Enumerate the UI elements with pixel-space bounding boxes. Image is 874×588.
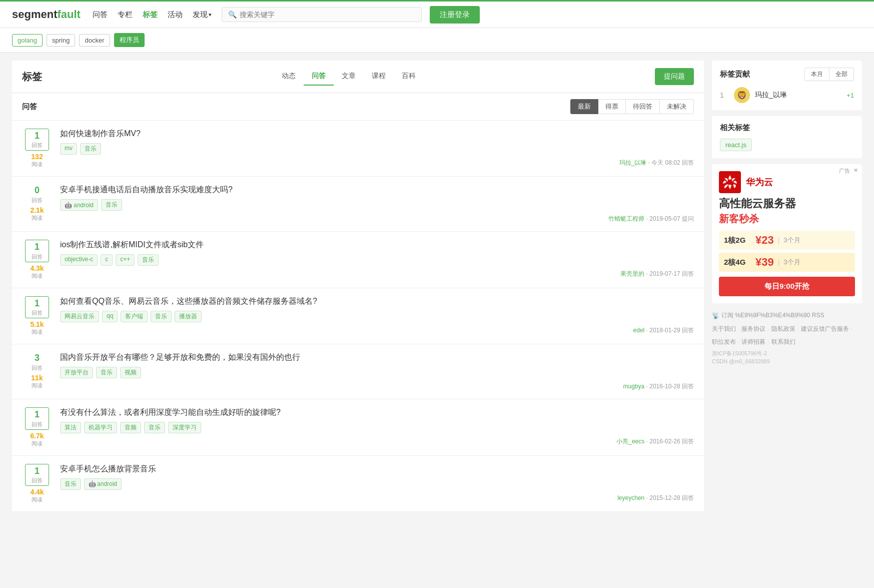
contrib-month-btn[interactable]: 本月 — [804, 68, 829, 81]
qa-tags-5: 算法 机器学习 音频 音乐 深度学习 — [60, 422, 694, 433]
footer-instructor[interactable]: 讲师招募 — [741, 336, 765, 348]
ad-brand-name: 华为云 — [746, 176, 773, 188]
answer-label-0: 回答 — [30, 142, 45, 149]
tag-deeplearn[interactable]: 深度学习 — [168, 422, 201, 433]
tag-client[interactable]: 客户端 — [121, 311, 148, 322]
filter-latest[interactable]: 最新 — [570, 99, 598, 114]
footer-links: 关于我们 · 服务协议 · 隐私政策 · 建议反馈 广告服务 · 职位发布 · … — [712, 323, 862, 348]
tag-netease[interactable]: 网易云音乐 — [60, 311, 99, 322]
tag-audio[interactable]: 音频 — [120, 422, 141, 433]
qa-question-0[interactable]: 如何快速制作音乐MV? — [60, 129, 694, 139]
footer-contact[interactable]: 联系我们 — [771, 336, 795, 348]
ad-close-icon[interactable]: ✕ — [853, 167, 858, 174]
footer-tos[interactable]: 服务协议 — [741, 323, 765, 335]
footer-jobs[interactable]: 职位发布 — [712, 336, 736, 348]
qa-action-4: 回答 — [682, 383, 694, 390]
filter-unsolved[interactable]: 未解决 — [660, 99, 694, 114]
tag-chip-spring[interactable]: spring — [47, 34, 75, 47]
tag-music-0[interactable]: 音乐 — [80, 143, 101, 155]
read-stats-3: 5.1k 阅读 — [30, 320, 44, 336]
qa-user-2[interactable]: 果壳里的 — [620, 270, 644, 277]
footer-sep-6: · — [767, 336, 769, 348]
nav-qa[interactable]: 问答 — [93, 10, 108, 20]
qa-body-3: 如何查看QQ音乐、网易云音乐，这些播放器的音频文件储存服务器域名? 网易云音乐 … — [60, 296, 694, 335]
tag-music-2[interactable]: 音乐 — [138, 254, 159, 266]
qa-question-1[interactable]: 安卓手机接通电话后自动播放音乐实现难度大吗? — [60, 185, 694, 195]
qa-item: 1 回答 6.7k 阅读 有没有什么算法，或者利用深度学习能自动生成好听的旋律呢… — [12, 399, 704, 455]
qa-user-3[interactable]: edel — [633, 327, 645, 334]
qa-user-1[interactable]: 竹蜻蜓工程师 — [608, 215, 644, 222]
answer-box-5: 1 回答 — [25, 407, 49, 429]
tag-algo[interactable]: 算法 — [60, 422, 81, 433]
qa-question-3[interactable]: 如何查看QQ音乐、网易云音乐，这些播放器的音频文件储存服务器域名? — [60, 296, 694, 307]
qa-question-2[interactable]: ios制作五线谱,解析MIDI文件或者sib文件 — [60, 240, 694, 250]
qa-user-5[interactable]: 小亮_eecs — [616, 438, 644, 445]
nav-activity[interactable]: 活动 — [168, 10, 183, 20]
qa-user-0[interactable]: 玛拉_以琳 — [619, 159, 647, 166]
ask-button[interactable]: 提问题 — [655, 68, 694, 85]
tab-courses[interactable]: 课程 — [364, 68, 394, 86]
logo[interactable]: segmentfault — [12, 8, 81, 21]
tag-android-6[interactable]: 🤖android — [84, 478, 122, 490]
tag-music-3[interactable]: 音乐 — [151, 311, 172, 322]
nav-tags[interactable]: 标签 — [143, 10, 158, 20]
tag-openplatform[interactable]: 开放平台 — [60, 367, 93, 378]
tag-cpp[interactable]: c++ — [116, 254, 135, 266]
rss-label[interactable]: 订阅 %E9%9F%B3%E4%B9%90 RSS — [721, 311, 824, 320]
footer-privacy[interactable]: 隐私政策 — [771, 323, 795, 335]
tab-wiki[interactable]: 百科 — [394, 68, 424, 86]
qa-header: 问答 最新 得票 待回答 未解决 — [12, 93, 704, 121]
tag-music-5[interactable]: 音乐 — [144, 422, 165, 433]
qa-question-4[interactable]: 国内音乐开放平台有哪些？足够开放和免费的，如果没有国外的也行 — [60, 352, 694, 363]
search-icon: 🔍 — [228, 11, 237, 19]
ad-cta-button[interactable]: 每日9:00开抢 — [719, 277, 855, 296]
ad-offer-sep-1: | — [778, 258, 780, 266]
footer-feedback[interactable]: 建议反馈 — [801, 323, 825, 335]
tab-dynamic[interactable]: 动态 — [274, 68, 304, 86]
tag-chip-golang[interactable]: golang — [12, 34, 43, 47]
tag-mv[interactable]: mv — [60, 143, 77, 155]
tag-music-1[interactable]: 音乐 — [101, 199, 122, 211]
tag-player[interactable]: 播放器 — [175, 311, 202, 322]
answer-box-2: 1 回答 — [25, 240, 49, 262]
qa-question-6[interactable]: 安卓手机怎么播放背景音乐 — [60, 464, 694, 474]
tag-chip-docker[interactable]: docker — [79, 34, 110, 47]
tag-ml[interactable]: 机器学习 — [84, 422, 117, 433]
tag-header: 标签 动态 问答 文章 课程 百科 提问题 — [12, 61, 704, 93]
tag-music-6[interactable]: 音乐 — [60, 478, 81, 490]
footer-about[interactable]: 关于我们 — [712, 323, 736, 335]
read-label-6: 阅读 — [30, 496, 44, 503]
contributor-rank-0: 1 — [720, 91, 729, 99]
tag-video[interactable]: 视频 — [120, 367, 141, 378]
register-button[interactable]: 注册登录 — [430, 6, 480, 24]
qa-question-5[interactable]: 有没有什么算法，或者利用深度学习能自动生成好听的旋律呢? — [60, 407, 694, 418]
contributor-name-0[interactable]: 玛拉_以琳 — [755, 91, 841, 100]
nav-discover[interactable]: 发现 ▾ — [193, 10, 212, 20]
search-input[interactable] — [240, 11, 415, 19]
qa-body-6: 安卓手机怎么播放背景音乐 音乐 🤖android leyeychen · 201… — [60, 464, 694, 502]
tag-qq[interactable]: qq — [102, 311, 118, 322]
read-stats-5: 6.7k 阅读 — [30, 432, 44, 447]
tag-objc[interactable]: objective-c — [60, 254, 98, 266]
filter-pending[interactable]: 待回答 — [626, 99, 660, 114]
tag-chip-programmer[interactable]: 程序员 — [114, 33, 145, 47]
content-area: 标签 动态 问答 文章 课程 百科 提问题 问答 最新 得票 待回答 未解决 — [12, 61, 704, 512]
related-tags-list: react.js — [720, 139, 854, 151]
nav-column[interactable]: 专栏 — [118, 10, 133, 20]
qa-tags-3: 网易云音乐 qq 客户端 音乐 播放器 — [60, 311, 694, 322]
footer-ad[interactable]: 广告服务 — [825, 323, 849, 335]
tag-c[interactable]: c — [101, 254, 113, 266]
qa-user-4[interactable]: mugbya — [623, 383, 645, 390]
related-tag-reactjs[interactable]: react.js — [720, 139, 752, 151]
tag-music-4[interactable]: 音乐 — [96, 367, 117, 378]
tab-articles[interactable]: 文章 — [334, 68, 364, 86]
qa-stats-3: 1 回答 5.1k 阅读 — [22, 296, 52, 336]
search-bar: 🔍 — [222, 7, 422, 22]
qa-user-6[interactable]: leyeychen — [617, 494, 644, 501]
tab-qa[interactable]: 问答 — [304, 68, 334, 86]
tag-android-1[interactable]: 🤖android — [60, 199, 98, 211]
qa-time-3: 2018-01-29 — [649, 327, 680, 334]
contrib-all-btn[interactable]: 全部 — [829, 68, 854, 81]
qa-action-1: 提问 — [682, 215, 694, 222]
filter-votes[interactable]: 得票 — [598, 99, 626, 114]
